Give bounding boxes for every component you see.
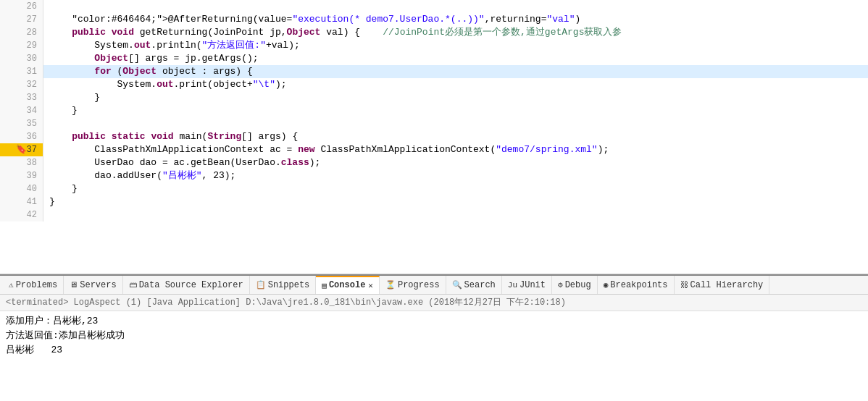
line-number: 33 [0, 91, 43, 104]
debug-tab-icon: ⚙ [558, 280, 563, 290]
line-number: 34 [0, 104, 43, 117]
callhierarchy-tab-icon: ⛓ [680, 280, 688, 290]
console-tab-close[interactable]: ✕ [368, 281, 373, 290]
search-tab-label: Search [464, 280, 496, 290]
line-number: 35 [0, 117, 43, 130]
code-line: 🔖37 ClassPathXmlApplicationContext ac = … [0, 143, 868, 156]
tab-breakpoints[interactable]: ◉Breakpoints [598, 276, 675, 295]
line-code: } [43, 195, 868, 208]
line-code: dao.addUser("吕彬彬", 23); [43, 169, 868, 182]
line-code: "color:#646464;">@AfterReturning(value="… [43, 13, 868, 26]
junit-tab-icon: Ju [508, 281, 517, 290]
tab-datasource[interactable]: 🗃Data Source Explorer [123, 276, 250, 295]
code-line: 38 UserDao dao = ac.getBean(UserDao.clas… [0, 156, 868, 169]
line-code: System.out.print(object+"\t"); [43, 78, 868, 91]
console-line: 吕彬彬 23 [6, 343, 862, 358]
code-line: 26 [0, 0, 868, 13]
snippets-tab-label: Snippets [268, 280, 310, 290]
tab-problems[interactable]: ⚠Problems [3, 276, 64, 295]
code-line: 27 "color:#646464;">@AfterReturning(valu… [0, 13, 868, 26]
code-line: 31 for (Object object : args) { [0, 65, 868, 78]
line-number: 39 [0, 169, 43, 182]
line-code: public void getReturning(JoinPoint jp,Ob… [43, 26, 868, 39]
tab-search[interactable]: 🔍Search [446, 276, 502, 295]
tab-console[interactable]: ▤Console✕ [316, 276, 380, 295]
code-line: 39 dao.addUser("吕彬彬", 23); [0, 169, 868, 182]
tab-debug[interactable]: ⚙Debug [552, 276, 598, 295]
code-line: 29 System.out.println("方法返回值:"+val); [0, 39, 868, 52]
line-code: } [43, 182, 868, 195]
code-line: 33 } [0, 91, 868, 104]
servers-tab-label: Servers [80, 280, 116, 290]
ide-window: 2627 "color:#646464;">@AfterReturning(va… [0, 0, 868, 401]
console-line: 方法返回值:添加吕彬彬成功 [6, 329, 862, 343]
code-line: 41} [0, 195, 868, 208]
tab-junit[interactable]: JuJUnit [502, 276, 552, 295]
line-number: 41 [0, 195, 43, 208]
tab-snippets[interactable]: 📋Snippets [250, 276, 317, 295]
line-number: 32 [0, 78, 43, 91]
code-editor: 2627 "color:#646464;">@AfterReturning(va… [0, 0, 868, 274]
code-line: 30 Object[] args = jp.getArgs(); [0, 52, 868, 65]
progress-tab-icon: ⏳ [385, 280, 396, 290]
code-line: 32 System.out.print(object+"\t"); [0, 78, 868, 91]
progress-tab-label: Progress [398, 280, 440, 290]
code-line: 42 [0, 208, 868, 221]
callhierarchy-tab-label: Call Hierarchy [690, 280, 764, 290]
code-line: 40 } [0, 182, 868, 195]
line-code: } [43, 91, 868, 104]
problems-tab-label: Problems [16, 280, 58, 290]
code-line: 34 } [0, 104, 868, 117]
code-line: 28 public void getReturning(JoinPoint jp… [0, 26, 868, 39]
line-number: 40 [0, 182, 43, 195]
datasource-tab-label: Data Source Explorer [139, 280, 243, 290]
line-code: for (Object object : args) { [43, 65, 868, 78]
tab-servers[interactable]: 🖥Servers [64, 276, 122, 295]
servers-tab-icon: 🖥 [70, 280, 78, 290]
line-number: 36 [0, 130, 43, 143]
breakpoints-tab-icon: ◉ [604, 280, 609, 290]
tab-progress[interactable]: ⏳Progress [380, 276, 446, 295]
console-tab-icon: ▤ [322, 281, 327, 290]
problems-tab-icon: ⚠ [9, 280, 14, 290]
tab-callhierarchy[interactable]: ⛓Call Hierarchy [675, 276, 770, 295]
datasource-tab-icon: 🗃 [129, 280, 137, 290]
line-number: 31 [0, 65, 43, 78]
line-number: 🔖37 [0, 143, 43, 156]
line-code: Object[] args = jp.getArgs(); [43, 52, 868, 65]
line-number: 28 [0, 26, 43, 39]
console-tab-label: Console [329, 280, 365, 290]
console-line: 添加用户：吕彬彬,23 [6, 314, 862, 329]
line-code: UserDao dao = ac.getBean(UserDao.class); [43, 156, 868, 169]
line-number: 29 [0, 39, 43, 52]
tabs-bar: ⚠Problems🖥Servers🗃Data Source Explorer📋S… [0, 276, 868, 295]
debug-tab-label: Debug [565, 280, 591, 290]
line-code [43, 117, 868, 130]
console-output[interactable]: 添加用户：吕彬彬,23方法返回值:添加吕彬彬成功吕彬彬 23 [0, 311, 868, 401]
line-code [43, 0, 868, 13]
code-table: 2627 "color:#646464;">@AfterReturning(va… [0, 0, 868, 221]
line-code: public static void main(String[] args) { [43, 130, 868, 143]
line-number: 30 [0, 52, 43, 65]
junit-tab-label: JUnit [519, 280, 546, 290]
breakpoints-tab-label: Breakpoints [610, 280, 667, 290]
line-code [43, 208, 868, 221]
line-number: 38 [0, 156, 43, 169]
code-scroll-area[interactable]: 2627 "color:#646464;">@AfterReturning(va… [0, 0, 868, 274]
line-number: 26 [0, 0, 43, 13]
search-tab-icon: 🔍 [452, 280, 462, 290]
terminated-label: <terminated> LogAspect (1) [Java Applica… [6, 297, 566, 308]
code-line: 35 [0, 117, 868, 130]
line-code: ClassPathXmlApplicationContext ac = new … [43, 143, 868, 156]
line-code: } [43, 104, 868, 117]
bottom-panel: ⚠Problems🖥Servers🗃Data Source Explorer📋S… [0, 274, 868, 401]
horizontal-scrollbar[interactable] [0, 274, 868, 274]
line-number: 42 [0, 208, 43, 221]
code-line: 36 public static void main(String[] args… [0, 130, 868, 143]
console-header: <terminated> LogAspect (1) [Java Applica… [0, 295, 868, 311]
snippets-tab-icon: 📋 [256, 280, 266, 290]
line-number: 27 [0, 13, 43, 26]
line-code: System.out.println("方法返回值:"+val); [43, 39, 868, 52]
